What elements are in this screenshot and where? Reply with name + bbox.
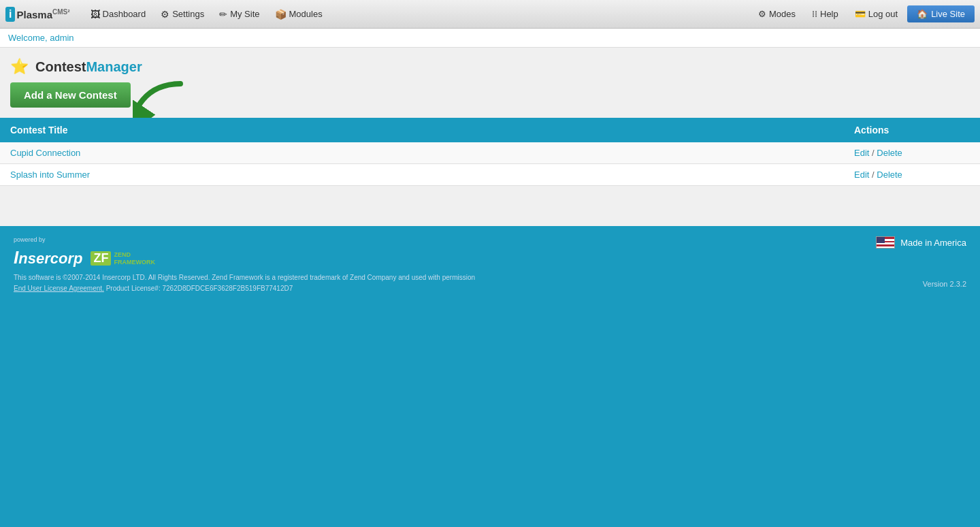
contest-table: Contest Title Actions Cupid Connection E… [0, 118, 980, 186]
dashboard-icon: 🖼 [91, 9, 100, 20]
made-in-america-label: Made in America [900, 238, 966, 248]
mysite-icon: ✏ [219, 9, 227, 20]
col-actions: Actions [844, 118, 980, 142]
nav-modes[interactable]: ⚙ Modes [751, 6, 802, 22]
nav-dashboard[interactable]: 🖼 Dashboard [84, 6, 153, 22]
footer: powered by Insercorp ZF ZENDFRAMEWORK Ma… [0, 226, 980, 527]
modules-icon: 📦 [275, 9, 287, 20]
welcome-bar: Welcome, admin [0, 29, 980, 48]
contest-title-link[interactable]: Splash into Summer [10, 170, 90, 180]
home-icon: 🏠 [917, 9, 928, 19]
brand-logo: i PlasmaCMS² [5, 7, 70, 22]
brand-i: i [5, 7, 15, 22]
nav-mysite[interactable]: ✏ My Site [212, 6, 266, 22]
footer-logo-wrap: powered by Insercorp ZF ZENDFRAMEWORK [14, 236, 155, 268]
usa-flag-icon [876, 236, 895, 249]
title-manager: Manager [86, 59, 142, 74]
arrow-indicator [133, 77, 187, 120]
help-label: Help [820, 9, 838, 19]
delete-link[interactable]: Delete [877, 148, 902, 158]
zend-framework-label: ZENDFRAMEWORK [114, 251, 155, 266]
main-content: Welcome, admin ⭐ ContestManager Add a Ne… [0, 29, 980, 226]
footer-top: powered by Insercorp ZF ZENDFRAMEWORK Ma… [14, 236, 966, 268]
title-contest: Contest [35, 59, 86, 74]
nav-mysite-label: My Site [230, 9, 259, 19]
delete-link[interactable]: Delete [877, 170, 902, 180]
cm-header: ⭐ ContestManager [0, 48, 980, 82]
add-new-contest-button[interactable]: Add a New Contest [10, 82, 131, 108]
col-contest-title: Contest Title [0, 118, 844, 142]
contest-title-link[interactable]: Cupid Connection [10, 148, 80, 158]
nav-modules-label: Modules [289, 9, 323, 19]
edit-link[interactable]: Edit [854, 148, 869, 158]
zend-logo: ZF ZENDFRAMEWORK [91, 251, 155, 266]
logout-label: Log out [868, 9, 898, 19]
edit-link[interactable]: Edit [854, 170, 869, 180]
settings-icon: ⚙ [161, 9, 169, 20]
nav-logout[interactable]: 💳 Log out [848, 6, 904, 22]
live-site-label: Live Site [931, 9, 965, 19]
zend-icon: ZF [91, 251, 111, 266]
star-icon: ⭐ [10, 58, 29, 76]
table-row: Cupid Connection Edit / Delete [0, 142, 980, 164]
top-nav: i PlasmaCMS² 🖼 Dashboard ⚙ Settings ✏ My… [0, 0, 980, 29]
brand-name: PlasmaCMS² [16, 8, 69, 20]
add-button-wrap: Add a New Contest [0, 82, 980, 118]
eula-link[interactable]: End User License Agreement. [14, 285, 104, 292]
help-icon: ⁞⁞ [812, 9, 817, 19]
live-site-button[interactable]: 🏠 Live Site [907, 5, 975, 22]
table-row: Splash into Summer Edit / Delete [0, 164, 980, 186]
made-in-america: Made in America [876, 236, 966, 249]
modes-icon: ⚙ [758, 9, 766, 19]
table-header-row: Contest Title Actions [0, 118, 980, 142]
nav-items: 🖼 Dashboard ⚙ Settings ✏ My Site 📦 Modul… [84, 6, 751, 22]
license-text: Product License#: 7262D8DFDCE6F3628F2B51… [106, 285, 293, 292]
welcome-text: Welcome, admin [8, 33, 74, 43]
insercorp-logo: Insercorp [14, 247, 82, 268]
modes-label: Modes [769, 9, 796, 19]
arrow-svg [133, 77, 187, 118]
nav-settings-label: Settings [172, 9, 204, 19]
nav-modules[interactable]: 📦 Modules [268, 6, 329, 22]
powered-by-label: powered by [14, 236, 155, 243]
nav-right: ⚙ Modes ⁞⁞ Help 💳 Log out 🏠 Live Site [751, 5, 975, 22]
nav-dashboard-label: Dashboard [103, 9, 146, 19]
nav-help[interactable]: ⁞⁞ Help [805, 6, 845, 22]
logout-icon: 💳 [855, 9, 866, 19]
nav-settings[interactable]: ⚙ Settings [154, 6, 211, 22]
page-title: ContestManager [35, 59, 142, 75]
